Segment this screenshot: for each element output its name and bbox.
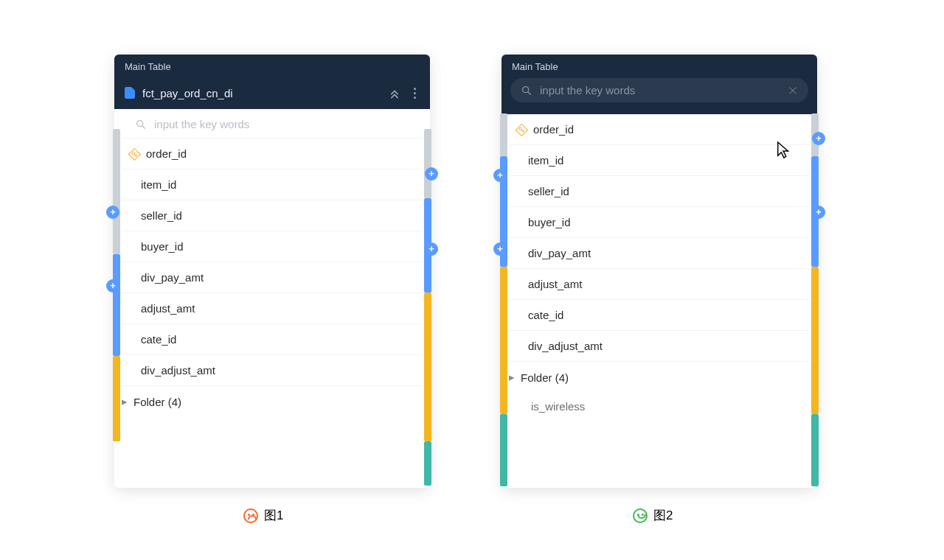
add-handle[interactable]: +: [425, 242, 438, 256]
folder-label: Folder (4): [521, 371, 569, 384]
panel-right: Main Table ⚿order_id item_id seller_id b…: [502, 55, 817, 488]
field-row[interactable]: adjust_amt: [509, 269, 810, 300]
add-handle[interactable]: +: [812, 132, 825, 145]
caption-label: 图2: [653, 507, 673, 524]
ribbon-left: [113, 356, 120, 441]
field-label: is_wireless: [531, 400, 585, 413]
field-label: item_id: [528, 154, 563, 167]
field-row[interactable]: div_adjust_amt: [122, 355, 423, 386]
ribbon-right: [424, 129, 431, 198]
field-label: order_id: [533, 123, 574, 136]
ribbon-left: [113, 129, 120, 254]
table-header-row: fct_pay_ord_cn_di: [114, 78, 430, 109]
clear-icon[interactable]: [788, 85, 798, 96]
folder-label: Folder (4): [133, 396, 181, 408]
search-bar-dark: [510, 78, 808, 102]
field-row[interactable]: div_pay_amt: [122, 262, 423, 293]
search-icon: [521, 85, 532, 97]
svg-line-3: [528, 92, 530, 94]
field-label: cate_id: [141, 333, 176, 346]
search-icon: [135, 119, 147, 130]
add-handle[interactable]: +: [425, 167, 438, 181]
add-handle[interactable]: +: [812, 206, 825, 219]
ribbon-right: [424, 441, 431, 486]
field-row[interactable]: seller_id: [122, 200, 423, 231]
key-icon: ⚿: [126, 145, 143, 162]
collapse-icon[interactable]: [387, 85, 402, 100]
field-list: ⚿order_id item_id seller_id buyer_id div…: [114, 139, 430, 417]
field-label: div_adjust_amt: [141, 364, 215, 377]
ribbon-right: [811, 267, 819, 414]
field-row[interactable]: div_pay_amt: [509, 238, 810, 269]
ribbon-left: [113, 254, 120, 356]
table-name: fct_pay_ord_cn_di: [142, 87, 380, 99]
field-label: buyer_id: [141, 240, 184, 253]
search-bar: [122, 109, 423, 139]
svg-point-2: [523, 86, 529, 92]
search-input[interactable]: [154, 118, 409, 130]
field-row-key[interactable]: ⚿order_id: [122, 139, 423, 169]
add-handle[interactable]: +: [493, 242, 507, 256]
ribbon-left: [500, 267, 507, 414]
field-row[interactable]: cate_id: [509, 300, 810, 331]
field-label: div_adjust_amt: [528, 340, 603, 352]
field-row[interactable]: cate_id: [122, 324, 423, 355]
field-row[interactable]: item_id: [509, 145, 810, 176]
subfield-row[interactable]: is_wireless: [502, 393, 817, 421]
field-label: buyer_id: [528, 216, 571, 228]
ribbon-right: [811, 414, 819, 486]
field-row[interactable]: adjust_amt: [122, 293, 423, 324]
panel-title: Main Table: [502, 55, 817, 78]
ribbon-left: [500, 113, 507, 156]
field-row[interactable]: div_adjust_amt: [509, 331, 810, 362]
panel-left: Main Table fct_pay_ord_cn_di ⚿order_id i…: [114, 55, 430, 488]
field-label: cate_id: [528, 309, 563, 321]
folder-row[interactable]: ▸Folder (4): [114, 386, 430, 417]
more-menu-icon[interactable]: [409, 85, 420, 100]
field-label: div_pay_amt: [528, 247, 591, 259]
caption-right: 图2: [633, 507, 673, 524]
field-row[interactable]: buyer_id: [509, 207, 810, 238]
ribbon-left: [500, 414, 507, 486]
caption-left: 图1: [243, 507, 283, 524]
field-row[interactable]: buyer_id: [122, 231, 423, 262]
caret-right-icon: ▸: [122, 395, 128, 408]
svg-line-1: [142, 126, 145, 128]
panel-title: Main Table: [114, 55, 430, 78]
add-handle[interactable]: +: [493, 169, 507, 182]
caret-right-icon: ▸: [509, 371, 515, 384]
add-handle[interactable]: +: [106, 279, 119, 293]
key-icon: ⚿: [513, 121, 530, 138]
field-label: item_id: [141, 178, 176, 191]
panel-header: Main Table: [502, 55, 817, 114]
add-handle[interactable]: +: [106, 206, 119, 219]
field-label: seller_id: [141, 209, 182, 222]
field-label: seller_id: [528, 185, 569, 197]
panel-header: Main Table fct_pay_ord_cn_di: [114, 55, 430, 109]
caption-label: 图1: [264, 507, 283, 524]
ribbon-right: [424, 293, 431, 441]
sad-face-icon: [243, 508, 258, 523]
field-label: div_pay_amt: [141, 271, 204, 284]
happy-face-icon: [633, 508, 648, 523]
field-row-key[interactable]: ⚿order_id: [509, 114, 810, 145]
field-label: adjust_amt: [528, 278, 582, 290]
svg-point-0: [137, 120, 143, 126]
field-label: adjust_amt: [141, 302, 195, 315]
field-list: ⚿order_id item_id seller_id buyer_id div…: [502, 114, 817, 421]
file-icon: [125, 87, 135, 99]
folder-row[interactable]: ▸Folder (4): [502, 362, 817, 393]
field-row[interactable]: item_id: [122, 169, 423, 200]
field-label: order_id: [146, 147, 187, 160]
field-row[interactable]: seller_id: [509, 176, 810, 207]
search-input[interactable]: [540, 84, 780, 97]
